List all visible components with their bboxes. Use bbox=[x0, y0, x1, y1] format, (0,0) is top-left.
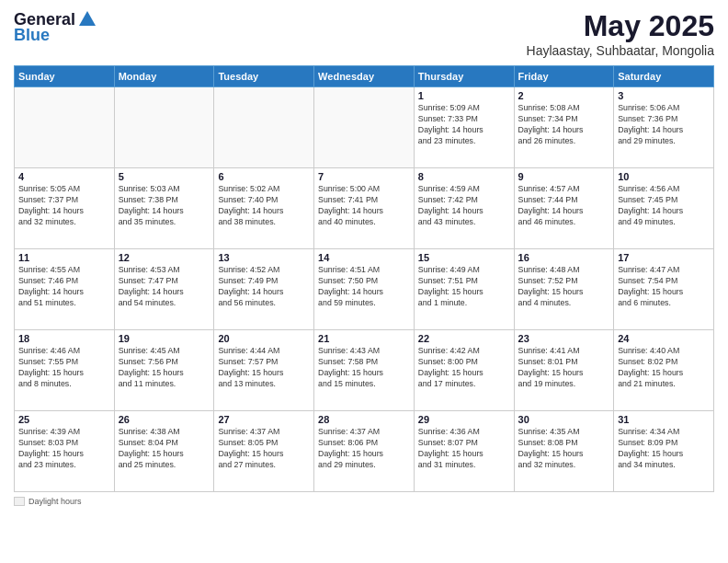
week-row-2: 4Sunrise: 5:05 AM Sunset: 7:37 PM Daylig… bbox=[15, 168, 714, 249]
day-info: Sunrise: 5:08 AM Sunset: 7:34 PM Dayligh… bbox=[518, 103, 610, 147]
calendar-cell: 19Sunrise: 4:45 AM Sunset: 7:56 PM Dayli… bbox=[114, 330, 214, 411]
weekday-sunday: Sunday bbox=[15, 66, 115, 87]
day-number: 8 bbox=[418, 171, 510, 182]
day-info: Sunrise: 5:06 AM Sunset: 7:36 PM Dayligh… bbox=[618, 103, 710, 147]
title-block: May 2025 Haylaastay, Suhbaatar, Mongolia bbox=[527, 9, 714, 58]
day-info: Sunrise: 5:09 AM Sunset: 7:33 PM Dayligh… bbox=[418, 103, 510, 147]
day-info: Sunrise: 4:49 AM Sunset: 7:51 PM Dayligh… bbox=[418, 265, 510, 309]
day-number: 11 bbox=[18, 252, 110, 263]
day-number: 7 bbox=[318, 171, 410, 182]
day-info: Sunrise: 4:45 AM Sunset: 7:56 PM Dayligh… bbox=[119, 346, 210, 390]
day-number: 2 bbox=[518, 90, 610, 101]
day-info: Sunrise: 4:57 AM Sunset: 7:44 PM Dayligh… bbox=[518, 184, 610, 228]
svg-marker-0 bbox=[79, 11, 96, 26]
day-number: 24 bbox=[618, 333, 710, 344]
calendar-cell: 7Sunrise: 5:00 AM Sunset: 7:41 PM Daylig… bbox=[314, 168, 415, 249]
day-info: Sunrise: 4:53 AM Sunset: 7:47 PM Dayligh… bbox=[119, 265, 210, 309]
day-info: Sunrise: 4:41 AM Sunset: 8:01 PM Dayligh… bbox=[518, 346, 610, 390]
calendar-cell: 15Sunrise: 4:49 AM Sunset: 7:51 PM Dayli… bbox=[414, 249, 514, 330]
weekday-monday: Monday bbox=[114, 66, 214, 87]
day-info: Sunrise: 4:36 AM Sunset: 8:07 PM Dayligh… bbox=[418, 427, 510, 471]
day-number: 6 bbox=[218, 171, 310, 182]
daylight-box bbox=[14, 497, 25, 506]
day-number: 17 bbox=[618, 252, 710, 263]
day-number: 20 bbox=[218, 333, 310, 344]
day-number: 13 bbox=[218, 252, 310, 263]
weekday-thursday: Thursday bbox=[414, 66, 514, 87]
calendar-cell: 26Sunrise: 4:38 AM Sunset: 8:04 PM Dayli… bbox=[114, 411, 214, 492]
day-info: Sunrise: 4:59 AM Sunset: 7:42 PM Dayligh… bbox=[418, 184, 510, 228]
day-info: Sunrise: 4:51 AM Sunset: 7:50 PM Dayligh… bbox=[318, 265, 410, 309]
day-info: Sunrise: 4:43 AM Sunset: 7:58 PM Dayligh… bbox=[318, 346, 410, 390]
day-number: 18 bbox=[18, 333, 110, 344]
day-info: Sunrise: 4:34 AM Sunset: 8:09 PM Dayligh… bbox=[618, 427, 710, 471]
day-number: 29 bbox=[418, 414, 510, 425]
calendar-cell: 1Sunrise: 5:09 AM Sunset: 7:33 PM Daylig… bbox=[414, 87, 514, 168]
header: General Blue May 2025 Haylaastay, Suhbaa… bbox=[14, 9, 714, 58]
calendar-cell bbox=[114, 87, 214, 168]
calendar-cell: 24Sunrise: 4:40 AM Sunset: 8:02 PM Dayli… bbox=[614, 330, 714, 411]
weekday-wednesday: Wednesday bbox=[314, 66, 415, 87]
day-info: Sunrise: 4:56 AM Sunset: 7:45 PM Dayligh… bbox=[618, 184, 710, 228]
day-number: 21 bbox=[318, 333, 410, 344]
day-number: 22 bbox=[418, 333, 510, 344]
calendar-cell: 4Sunrise: 5:05 AM Sunset: 7:37 PM Daylig… bbox=[15, 168, 115, 249]
day-number: 26 bbox=[119, 414, 210, 425]
calendar-cell: 14Sunrise: 4:51 AM Sunset: 7:50 PM Dayli… bbox=[314, 249, 415, 330]
day-info: Sunrise: 4:47 AM Sunset: 7:54 PM Dayligh… bbox=[618, 265, 710, 309]
calendar-cell: 6Sunrise: 5:02 AM Sunset: 7:40 PM Daylig… bbox=[214, 168, 314, 249]
day-number: 9 bbox=[518, 171, 610, 182]
weekday-tuesday: Tuesday bbox=[214, 66, 314, 87]
day-info: Sunrise: 4:46 AM Sunset: 7:55 PM Dayligh… bbox=[18, 346, 110, 390]
calendar-cell: 3Sunrise: 5:06 AM Sunset: 7:36 PM Daylig… bbox=[614, 87, 714, 168]
calendar-cell: 12Sunrise: 4:53 AM Sunset: 7:47 PM Dayli… bbox=[114, 249, 214, 330]
week-row-1: 1Sunrise: 5:09 AM Sunset: 7:33 PM Daylig… bbox=[15, 87, 714, 168]
calendar-cell: 8Sunrise: 4:59 AM Sunset: 7:42 PM Daylig… bbox=[414, 168, 514, 249]
week-row-5: 25Sunrise: 4:39 AM Sunset: 8:03 PM Dayli… bbox=[15, 411, 714, 492]
day-info: Sunrise: 4:52 AM Sunset: 7:49 PM Dayligh… bbox=[218, 265, 310, 309]
calendar-cell: 10Sunrise: 4:56 AM Sunset: 7:45 PM Dayli… bbox=[614, 168, 714, 249]
day-info: Sunrise: 4:39 AM Sunset: 8:03 PM Dayligh… bbox=[18, 427, 110, 471]
logo-icon bbox=[77, 9, 97, 29]
calendar-table: SundayMondayTuesdayWednesdayThursdayFrid… bbox=[14, 65, 714, 492]
weekday-friday: Friday bbox=[514, 66, 614, 87]
day-info: Sunrise: 4:55 AM Sunset: 7:46 PM Dayligh… bbox=[18, 265, 110, 309]
day-info: Sunrise: 5:05 AM Sunset: 7:37 PM Dayligh… bbox=[18, 184, 110, 228]
calendar-cell: 11Sunrise: 4:55 AM Sunset: 7:46 PM Dayli… bbox=[15, 249, 115, 330]
day-number: 30 bbox=[518, 414, 610, 425]
logo: General Blue bbox=[14, 9, 97, 45]
calendar-cell: 21Sunrise: 4:43 AM Sunset: 7:58 PM Dayli… bbox=[314, 330, 415, 411]
calendar-cell: 2Sunrise: 5:08 AM Sunset: 7:34 PM Daylig… bbox=[514, 87, 614, 168]
weekday-header-row: SundayMondayTuesdayWednesdayThursdayFrid… bbox=[15, 66, 714, 87]
calendar-cell bbox=[314, 87, 415, 168]
day-number: 28 bbox=[318, 414, 410, 425]
day-number: 4 bbox=[18, 171, 110, 182]
day-number: 5 bbox=[119, 171, 210, 182]
calendar-cell: 28Sunrise: 4:37 AM Sunset: 8:06 PM Dayli… bbox=[314, 411, 415, 492]
calendar-cell: 13Sunrise: 4:52 AM Sunset: 7:49 PM Dayli… bbox=[214, 249, 314, 330]
calendar-cell: 22Sunrise: 4:42 AM Sunset: 8:00 PM Dayli… bbox=[414, 330, 514, 411]
daylight-label: Daylight hours bbox=[28, 497, 82, 506]
calendar-cell: 23Sunrise: 4:41 AM Sunset: 8:01 PM Dayli… bbox=[514, 330, 614, 411]
day-number: 19 bbox=[119, 333, 210, 344]
week-row-4: 18Sunrise: 4:46 AM Sunset: 7:55 PM Dayli… bbox=[15, 330, 714, 411]
day-number: 3 bbox=[618, 90, 710, 101]
calendar-cell bbox=[214, 87, 314, 168]
calendar-cell: 25Sunrise: 4:39 AM Sunset: 8:03 PM Dayli… bbox=[15, 411, 115, 492]
calendar-cell: 30Sunrise: 4:35 AM Sunset: 8:08 PM Dayli… bbox=[514, 411, 614, 492]
day-number: 1 bbox=[418, 90, 510, 101]
footer: Daylight hours bbox=[14, 497, 714, 506]
logo-blue-text: Blue bbox=[14, 26, 50, 45]
day-number: 25 bbox=[18, 414, 110, 425]
day-info: Sunrise: 4:44 AM Sunset: 7:57 PM Dayligh… bbox=[218, 346, 310, 390]
calendar-cell: 9Sunrise: 4:57 AM Sunset: 7:44 PM Daylig… bbox=[514, 168, 614, 249]
calendar-cell bbox=[15, 87, 115, 168]
day-number: 10 bbox=[618, 171, 710, 182]
day-info: Sunrise: 5:00 AM Sunset: 7:41 PM Dayligh… bbox=[318, 184, 410, 228]
calendar-cell: 27Sunrise: 4:37 AM Sunset: 8:05 PM Dayli… bbox=[214, 411, 314, 492]
calendar-cell: 16Sunrise: 4:48 AM Sunset: 7:52 PM Dayli… bbox=[514, 249, 614, 330]
day-info: Sunrise: 4:42 AM Sunset: 8:00 PM Dayligh… bbox=[418, 346, 510, 390]
weekday-saturday: Saturday bbox=[614, 66, 714, 87]
day-number: 23 bbox=[518, 333, 610, 344]
month-title: May 2025 bbox=[527, 9, 714, 43]
